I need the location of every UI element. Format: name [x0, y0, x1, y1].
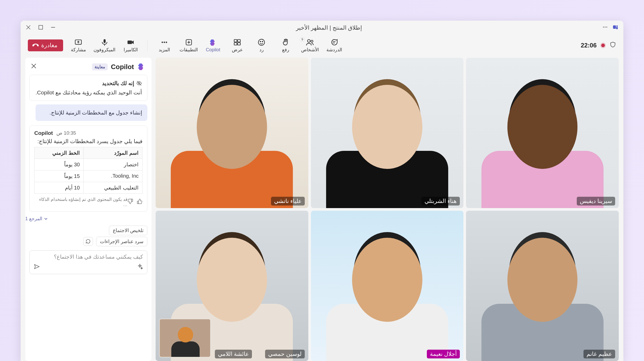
copilot-toolbar-button[interactable]: Copilot	[204, 38, 222, 53]
meeting-toolbar: مغادرة مشاركة الميكروفون الكاميرا المزيد	[21, 35, 623, 58]
mic-button[interactable]: الميكروفون	[94, 38, 115, 53]
video-tile[interactable]: عظيم غانم	[466, 211, 619, 361]
table-row: اختصار30 يوماً	[35, 159, 142, 170]
camera-button[interactable]: الكاميرا	[122, 38, 140, 53]
svg-rect-20	[234, 43, 237, 45]
video-tile[interactable]: عائشة اللاميلوسين حمصي	[156, 211, 308, 361]
send-icon[interactable]	[34, 264, 40, 271]
svg-rect-11	[128, 40, 132, 44]
more-ellipsis-icon[interactable]	[602, 24, 608, 31]
reference-toggle[interactable]: المرجع 1	[25, 216, 146, 221]
share-button[interactable]: مشاركة	[69, 38, 87, 53]
window-minimize-icon[interactable]	[50, 24, 56, 31]
svg-point-6	[606, 27, 607, 28]
participant-name-label: هناء الشربتلي	[421, 197, 460, 206]
svg-point-4	[603, 27, 604, 28]
leave-label: مغادرة	[41, 42, 57, 49]
recording-timer: 22:06	[581, 42, 597, 49]
table-header-supplier: اسم المورّد	[83, 147, 142, 159]
eye-off-icon	[136, 80, 142, 86]
sparkle-prompt-icon[interactable]	[137, 264, 143, 271]
view-button[interactable]: عرض	[228, 38, 246, 53]
video-grid: علياء ناتشيهناء الشربتليسيرينا ديفيسعائش…	[154, 58, 623, 361]
window-close-icon[interactable]	[26, 24, 31, 31]
table-header-timeline: الخط الزمني	[35, 147, 84, 159]
people-count-badge: 9	[300, 37, 305, 42]
svg-point-24	[262, 41, 263, 42]
participant-avatar	[311, 58, 464, 208]
react-button[interactable]: رد	[252, 38, 270, 53]
participant-avatar	[156, 58, 308, 208]
copilot-logo-icon	[137, 62, 146, 71]
preview-badge: معاينة	[92, 63, 108, 70]
participant-avatar	[311, 211, 464, 361]
participant-avatar	[466, 211, 619, 361]
apps-button[interactable]: التطبيقات	[180, 38, 198, 53]
svg-point-25	[308, 39, 310, 42]
svg-rect-35	[137, 201, 139, 204]
participant-name-label: لوسين حمصي	[265, 350, 305, 358]
titlebar: إطلاق المنتج | المظهر الأخير	[21, 21, 623, 35]
svg-point-22	[258, 39, 265, 45]
copilot-panel: Copilot معاينة إنه لك بالتحديد أنت الوحي…	[25, 58, 151, 361]
recording-indicator-icon	[601, 44, 605, 47]
svg-point-8	[616, 26, 618, 27]
svg-rect-21	[238, 43, 240, 45]
more-button[interactable]: المزيد	[155, 38, 173, 53]
leave-button[interactable]: مغادرة	[28, 39, 63, 51]
message-timestamp: 10:35 ص	[56, 130, 76, 136]
svg-point-5	[605, 27, 606, 28]
app-window: إطلاق المنتج | المظهر الأخير مغادرة مشار…	[21, 21, 623, 361]
participant-name-label: علياء ناتشي	[271, 197, 305, 206]
info-body: أنت الوحيد الذي يمكنه رؤية محادثتك مع Co…	[35, 88, 142, 97]
svg-point-14	[166, 42, 167, 43]
video-tile[interactable]: أجلال نعيمة	[311, 211, 464, 361]
participant-name-label: عائشة اللامي	[215, 350, 252, 358]
toolbar-separator	[147, 40, 148, 51]
panel-close-icon[interactable]	[31, 63, 37, 70]
svg-point-23	[260, 41, 261, 42]
chevron-down-icon	[44, 217, 48, 221]
svg-rect-19	[238, 39, 240, 42]
meeting-title: إطلاق المنتج | المظهر الأخير	[56, 24, 602, 31]
svg-rect-2	[39, 26, 43, 29]
chip-summarize-meeting[interactable]: تلخيص الاجتماع	[109, 226, 147, 235]
thumbs-down-icon[interactable]	[128, 199, 133, 206]
svg-point-12	[162, 42, 163, 43]
bot-intro-text: فيما يلي جدول يسرد المخططات الزمنية للإن…	[34, 138, 142, 144]
raise-hand-button[interactable]: رفع	[277, 38, 295, 53]
composer-placeholder: كيف يمكنني مساعدتك في هذا الاجتماع؟	[34, 254, 143, 260]
window-maximize-icon[interactable]	[38, 24, 43, 31]
svg-rect-36	[132, 199, 133, 201]
meeting-body: Copilot معاينة إنه لك بالتحديد أنت الوحي…	[21, 58, 623, 361]
teams-app-icon	[613, 24, 618, 31]
video-tile[interactable]: علياء ناتشي	[156, 58, 308, 208]
participant-avatar	[466, 58, 619, 208]
privacy-shield-icon[interactable]	[609, 41, 616, 50]
chip-list-action-items[interactable]: سرد عناصر الإجراءات	[96, 237, 147, 246]
copilot-panel-title: Copilot	[111, 63, 134, 71]
table-row: Tooling, Inc.15 يوماً	[35, 170, 142, 182]
user-prompt-bubble: إنشاء جدول مع المخططات الزمنية للإنتاج.	[36, 104, 147, 121]
production-timeline-table: اسم المورّد الخط الزمني اختصار30 يوماًTo…	[34, 147, 142, 194]
copilot-response: 10:35 ص Copilot فيما يلي جدول يسرد المخط…	[29, 126, 147, 212]
composer[interactable]: كيف يمكنني مساعدتك في هذا الاجتماع؟	[29, 250, 147, 274]
participant-name-label: سيرينا ديفيس	[577, 197, 615, 206]
info-title: إنه لك بالتحديد	[102, 79, 134, 87]
svg-rect-7	[613, 26, 616, 29]
video-tile[interactable]: هناء الشربتلي	[311, 58, 464, 208]
participant-name-label: عظيم غانم	[583, 350, 615, 358]
svg-rect-18	[234, 39, 237, 42]
svg-point-26	[311, 40, 313, 42]
chat-button[interactable]: الدردشة	[325, 38, 343, 53]
table-row: التعليب الطبيعي10 أيام	[35, 182, 142, 193]
participant-name-label: أجلال نعيمة	[427, 350, 460, 358]
ai-disclaimer: قد يكون المحتوى الذي تم إنشاؤه باستخدام …	[34, 197, 128, 207]
svg-point-13	[164, 42, 165, 43]
people-button[interactable]: 9 الأشخاص	[301, 38, 319, 53]
refresh-suggestions-icon[interactable]	[83, 237, 93, 246]
video-tile[interactable]: سيرينا ديفيس	[466, 58, 619, 208]
self-view-pip[interactable]	[159, 319, 211, 357]
thumbs-up-icon[interactable]	[137, 199, 142, 206]
privacy-info-card: إنه لك بالتحديد أنت الوحيد الذي يمكنه رؤ…	[29, 75, 147, 101]
